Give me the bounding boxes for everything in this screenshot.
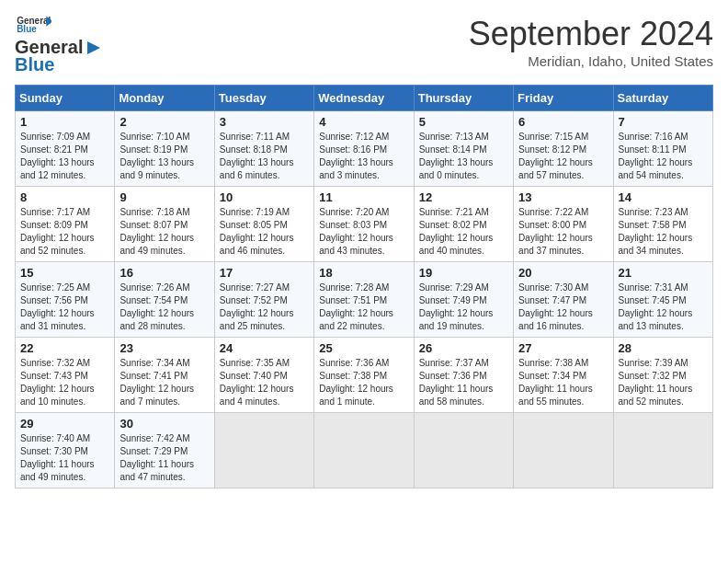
calendar-cell: 10Sunrise: 7:19 AM Sunset: 8:05 PM Dayli…: [214, 187, 313, 262]
day-header-monday: Monday: [115, 86, 214, 111]
calendar-cell: 21Sunrise: 7:31 AM Sunset: 7:45 PM Dayli…: [613, 262, 712, 338]
calendar-cell: 14Sunrise: 7:23 AM Sunset: 7:58 PM Dayli…: [613, 187, 712, 262]
calendar-table: SundayMondayTuesdayWednesdayThursdayFrid…: [15, 85, 713, 488]
calendar-cell: 28Sunrise: 7:39 AM Sunset: 7:32 PM Dayli…: [613, 338, 712, 413]
day-info: Sunrise: 7:34 AM Sunset: 7:41 PM Dayligh…: [119, 357, 209, 408]
calendar-cell: 13Sunrise: 7:22 AM Sunset: 8:00 PM Dayli…: [514, 187, 613, 262]
day-number: 14: [619, 190, 708, 204]
calendar-cell: 27Sunrise: 7:38 AM Sunset: 7:34 PM Dayli…: [514, 338, 613, 413]
day-number: 5: [419, 115, 508, 129]
day-info: Sunrise: 7:26 AM Sunset: 7:54 PM Dayligh…: [119, 282, 209, 333]
day-number: 20: [518, 266, 608, 280]
calendar-cell: 22Sunrise: 7:32 AM Sunset: 7:43 PM Dayli…: [16, 338, 115, 413]
calendar-cell: [214, 413, 313, 488]
calendar-cell: [613, 413, 712, 488]
day-header-sunday: Sunday: [16, 86, 115, 111]
day-number: 26: [419, 341, 508, 355]
day-number: 17: [220, 266, 309, 280]
week-row-1: 1Sunrise: 7:09 AM Sunset: 8:21 PM Daylig…: [16, 111, 713, 187]
week-row-4: 22Sunrise: 7:32 AM Sunset: 7:43 PM Dayli…: [16, 338, 713, 413]
day-info: Sunrise: 7:10 AM Sunset: 8:19 PM Dayligh…: [119, 131, 209, 182]
day-number: 13: [518, 190, 608, 204]
day-info: Sunrise: 7:23 AM Sunset: 7:58 PM Dayligh…: [619, 206, 708, 258]
day-info: Sunrise: 7:13 AM Sunset: 8:14 PM Dayligh…: [419, 131, 508, 182]
title-area: September 2024 Meridian, Idaho, United S…: [469, 15, 713, 69]
week-row-2: 8Sunrise: 7:17 AM Sunset: 8:09 PM Daylig…: [16, 187, 713, 262]
day-header-friday: Friday: [514, 86, 613, 111]
calendar-body: 1Sunrise: 7:09 AM Sunset: 8:21 PM Daylig…: [16, 111, 713, 488]
calendar-cell: 3Sunrise: 7:11 AM Sunset: 8:18 PM Daylig…: [214, 111, 313, 187]
calendar-cell: 1Sunrise: 7:09 AM Sunset: 8:21 PM Daylig…: [16, 111, 115, 187]
day-info: Sunrise: 7:31 AM Sunset: 7:45 PM Dayligh…: [619, 282, 708, 333]
day-info: Sunrise: 7:30 AM Sunset: 7:47 PM Dayligh…: [518, 282, 608, 333]
day-info: Sunrise: 7:11 AM Sunset: 8:18 PM Dayligh…: [220, 131, 309, 182]
calendar-cell: 15Sunrise: 7:25 AM Sunset: 7:56 PM Dayli…: [16, 262, 115, 338]
day-info: Sunrise: 7:42 AM Sunset: 7:29 PM Dayligh…: [119, 432, 209, 484]
day-header-thursday: Thursday: [414, 86, 513, 111]
calendar-cell: 24Sunrise: 7:35 AM Sunset: 7:40 PM Dayli…: [214, 338, 313, 413]
day-number: 2: [119, 115, 209, 129]
day-info: Sunrise: 7:36 AM Sunset: 7:38 PM Dayligh…: [319, 357, 408, 408]
calendar-cell: 18Sunrise: 7:28 AM Sunset: 7:51 PM Dayli…: [314, 262, 414, 338]
day-number: 28: [619, 341, 708, 355]
day-number: 21: [619, 266, 708, 280]
day-number: 4: [319, 115, 408, 129]
day-info: Sunrise: 7:37 AM Sunset: 7:36 PM Dayligh…: [419, 357, 508, 408]
day-number: 12: [419, 190, 508, 204]
calendar-cell: 29Sunrise: 7:40 AM Sunset: 7:30 PM Dayli…: [16, 413, 115, 488]
day-number: 11: [319, 190, 408, 204]
svg-marker-3: [87, 41, 100, 54]
day-number: 8: [20, 190, 109, 204]
day-number: 18: [319, 266, 408, 280]
day-info: Sunrise: 7:19 AM Sunset: 8:05 PM Dayligh…: [220, 206, 309, 258]
day-info: Sunrise: 7:17 AM Sunset: 8:09 PM Dayligh…: [20, 206, 109, 258]
day-info: Sunrise: 7:15 AM Sunset: 8:12 PM Dayligh…: [518, 131, 608, 182]
day-info: Sunrise: 7:38 AM Sunset: 7:34 PM Dayligh…: [518, 357, 608, 408]
svg-text:Blue: Blue: [17, 24, 37, 33]
calendar-cell: 8Sunrise: 7:17 AM Sunset: 8:09 PM Daylig…: [16, 187, 115, 262]
calendar-cell: 5Sunrise: 7:13 AM Sunset: 8:14 PM Daylig…: [414, 111, 513, 187]
day-number: 30: [119, 417, 209, 431]
calendar-cell: [514, 413, 613, 488]
calendar-cell: [414, 413, 513, 488]
header: General Blue General Blue September 2024…: [15, 15, 713, 75]
day-number: 16: [119, 266, 209, 280]
day-info: Sunrise: 7:21 AM Sunset: 8:02 PM Dayligh…: [419, 206, 508, 258]
day-number: 1: [20, 115, 109, 129]
calendar-cell: 25Sunrise: 7:36 AM Sunset: 7:38 PM Dayli…: [314, 338, 414, 413]
location-subtitle: Meridian, Idaho, United States: [469, 53, 713, 69]
day-info: Sunrise: 7:09 AM Sunset: 8:21 PM Dayligh…: [20, 131, 109, 182]
day-number: 9: [119, 190, 209, 204]
day-info: Sunrise: 7:40 AM Sunset: 7:30 PM Dayligh…: [20, 432, 109, 484]
day-info: Sunrise: 7:20 AM Sunset: 8:03 PM Dayligh…: [319, 206, 408, 258]
calendar-cell: 2Sunrise: 7:10 AM Sunset: 8:19 PM Daylig…: [115, 111, 214, 187]
calendar-cell: 12Sunrise: 7:21 AM Sunset: 8:02 PM Dayli…: [414, 187, 513, 262]
calendar-cell: 6Sunrise: 7:15 AM Sunset: 8:12 PM Daylig…: [514, 111, 613, 187]
calendar-cell: 23Sunrise: 7:34 AM Sunset: 7:41 PM Dayli…: [115, 338, 214, 413]
day-header-wednesday: Wednesday: [314, 86, 414, 111]
logo-icon: General Blue: [15, 15, 51, 33]
day-info: Sunrise: 7:28 AM Sunset: 7:51 PM Dayligh…: [319, 282, 408, 333]
week-row-3: 15Sunrise: 7:25 AM Sunset: 7:56 PM Dayli…: [16, 262, 713, 338]
day-number: 22: [20, 341, 109, 355]
day-number: 15: [20, 266, 109, 280]
day-number: 23: [119, 341, 209, 355]
calendar-cell: 9Sunrise: 7:18 AM Sunset: 8:07 PM Daylig…: [115, 187, 214, 262]
calendar-cell: 16Sunrise: 7:26 AM Sunset: 7:54 PM Dayli…: [115, 262, 214, 338]
day-number: 25: [319, 341, 408, 355]
day-info: Sunrise: 7:18 AM Sunset: 8:07 PM Dayligh…: [119, 206, 209, 258]
calendar-cell: 17Sunrise: 7:27 AM Sunset: 7:52 PM Dayli…: [214, 262, 313, 338]
day-info: Sunrise: 7:29 AM Sunset: 7:49 PM Dayligh…: [419, 282, 508, 333]
day-info: Sunrise: 7:16 AM Sunset: 8:11 PM Dayligh…: [619, 131, 708, 182]
day-header-saturday: Saturday: [613, 86, 712, 111]
day-number: 29: [20, 417, 109, 431]
calendar-cell: 30Sunrise: 7:42 AM Sunset: 7:29 PM Dayli…: [115, 413, 214, 488]
calendar-cell: 19Sunrise: 7:29 AM Sunset: 7:49 PM Dayli…: [414, 262, 513, 338]
logo-arrow-icon: [84, 38, 104, 58]
calendar-cell: 11Sunrise: 7:20 AM Sunset: 8:03 PM Dayli…: [314, 187, 414, 262]
logo: General Blue General Blue: [15, 15, 105, 75]
day-header-tuesday: Tuesday: [214, 86, 313, 111]
logo-blue: Blue: [15, 54, 54, 75]
day-info: Sunrise: 7:12 AM Sunset: 8:16 PM Dayligh…: [319, 131, 408, 182]
calendar-header-row: SundayMondayTuesdayWednesdayThursdayFrid…: [16, 86, 713, 111]
